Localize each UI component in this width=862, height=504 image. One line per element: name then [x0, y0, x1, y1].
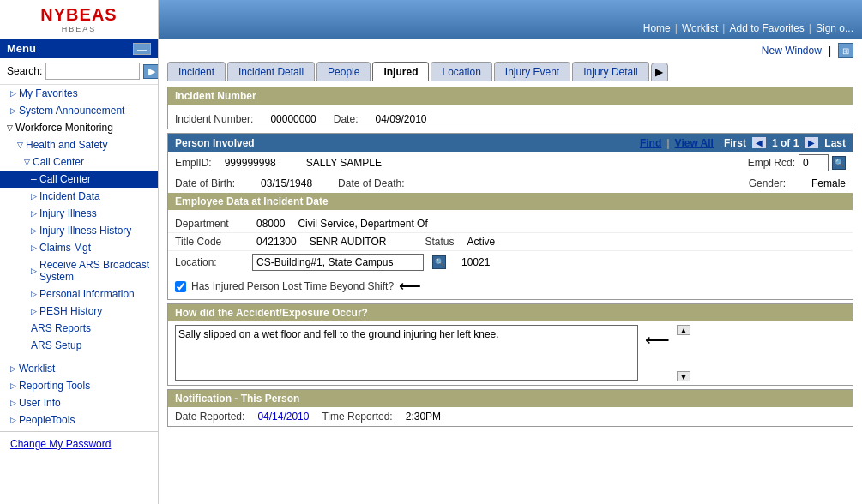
sidebar-item-ars-setup[interactable]: ARS Setup [0, 337, 158, 354]
sidebar-item-injury-illness-history[interactable]: ▷ Injury Illness History [0, 222, 158, 239]
personal-info-label: Personal Information [39, 288, 135, 300]
sidebar-search-area: Search: ▶ [0, 58, 158, 85]
tab-location[interactable]: Location [431, 62, 491, 81]
triangle-icon: ▷ [10, 89, 16, 98]
dob-value: 03/15/1948 [261, 177, 312, 189]
sign-out-link[interactable]: Sign o... [816, 22, 853, 34]
sidebar-separator [0, 357, 158, 357]
new-window-icon[interactable]: ⊞ [838, 43, 853, 58]
sidebar-item-health-safety[interactable]: ▽ Health and Safety [0, 136, 158, 153]
next-page-button[interactable]: ▶ [804, 136, 819, 149]
tab-injury-detail[interactable]: Injury Detail [572, 62, 648, 81]
arrow-indicator: ⟵ [399, 277, 421, 296]
sidebar-item-user-info[interactable]: ▷ User Info [0, 394, 158, 411]
new-window-link[interactable]: New Window [762, 45, 822, 57]
sidebar-item-incident-data[interactable]: ▷ Incident Data [0, 188, 158, 205]
sidebar-item-ars-reports[interactable]: ARS Reports [0, 320, 158, 337]
search-label: Search: [7, 65, 42, 77]
sidebar-minimize-button[interactable]: — [133, 43, 151, 55]
accident-textarea[interactable]: Sally slipped on a wet floor and fell to… [175, 325, 638, 381]
incident-section: Incident Number Incident Number: 0000000… [167, 87, 853, 129]
dept-code: 08000 [256, 218, 285, 230]
triangle-icon: ▷ [10, 381, 16, 390]
tab-incident[interactable]: Incident [167, 62, 226, 81]
sidebar-item-people-tools[interactable]: ▷ PeopleTools [0, 411, 158, 429]
location-code: 10021 [461, 256, 490, 268]
sidebar-item-workforce-monitoring[interactable]: ▽ Workforce Monitoring [0, 119, 158, 136]
injury-illness-history-label: Injury Illness History [39, 225, 131, 237]
sidebar-item-personal-info[interactable]: ▷ Personal Information [0, 285, 158, 303]
emplid-label: EmplID: [175, 157, 212, 169]
location-row: Location: 🔍 10021 [168, 251, 853, 273]
sidebar-header: Menu — [0, 39, 158, 58]
find-link[interactable]: Find [640, 137, 661, 149]
time-reported-value: 2:30PM [406, 411, 441, 423]
injury-illness-label: Injury Illness [39, 207, 97, 219]
lost-time-row: Has Injured Person Lost Time Beyond Shif… [168, 273, 853, 299]
sidebar-item-injury-illness[interactable]: ▷ Injury Illness [0, 205, 158, 222]
sidebar-item-my-favorites[interactable]: ▷ My Favorites [0, 85, 158, 102]
sidebar: Menu — Search: ▶ ▷ My Favorites ▷ System… [0, 39, 159, 504]
person-involved-title: Person Involved [175, 137, 255, 149]
worklist-link[interactable]: Worklist [682, 22, 718, 34]
empl-id-row: EmplID: 999999998 SALLY SAMPLE Empl Rcd:… [168, 152, 853, 174]
location-input[interactable] [252, 254, 424, 271]
gender-label: Gender: [749, 177, 786, 189]
search-button[interactable]: ▶ [143, 64, 159, 79]
pipe-separator: | [829, 45, 831, 57]
triangle-icon: ▽ [17, 141, 23, 149]
tab-people[interactable]: People [316, 62, 371, 81]
content-top-links: New Window | ⊞ [167, 43, 853, 58]
dept-row: Department 08000 Civil Service, Departme… [168, 215, 853, 233]
logo-text: NYBEAS [40, 5, 117, 25]
title-code: 0421300 [256, 236, 297, 248]
notification-header: Notification - This Person [168, 390, 853, 407]
notification-row: Date Reported: 04/14/2010 Time Reported:… [168, 407, 853, 426]
search-input[interactable] [45, 63, 140, 80]
sidebar-item-worklist[interactable]: ▷ Worklist [0, 360, 158, 377]
incident-section-header: Incident Number [168, 87, 853, 105]
accident-header: How did the Accident/Exposure Occur? [168, 304, 853, 321]
sidebar-item-claims-mgt[interactable]: ▷ Claims Mgt [0, 239, 158, 256]
tab-next-button[interactable]: ▶ [651, 63, 668, 81]
logo-sub: HBEAS [62, 25, 97, 33]
accident-arrow-indicator: ⟵ [645, 329, 670, 350]
lost-time-checkbox[interactable] [175, 281, 186, 292]
ars-setup-label: ARS Setup [31, 339, 81, 351]
system-announcement-label: System Announcement [19, 105, 124, 117]
triangle-icon: ▷ [31, 192, 37, 201]
textarea-scroll-down[interactable]: ▼ [677, 371, 690, 381]
sidebar-item-receive-ars[interactable]: ▷ Receive ARS Broadcast System [0, 256, 158, 285]
sidebar-item-call-center-active[interactable]: – Call Center [0, 171, 158, 188]
my-favorites-label: My Favorites [19, 87, 78, 99]
first-label: First [724, 137, 746, 149]
triangle-icon: ▷ [10, 416, 16, 424]
tab-injured[interactable]: Injured [372, 62, 429, 81]
tab-injury-event[interactable]: Injury Event [494, 62, 570, 81]
sidebar-item-call-center-parent[interactable]: ▽ Call Center [0, 153, 158, 171]
notification-section: Notification - This Person Date Reported… [167, 389, 853, 427]
date-reported-label: Date Reported: [175, 411, 244, 423]
status-value: Active [467, 236, 496, 248]
textarea-scroll-up[interactable]: ▲ [677, 325, 690, 335]
sidebar-item-pesh-history[interactable]: ▷ PESH History [0, 303, 158, 320]
incident-number-row: Incident Number: 00000000 Date: 04/09/20… [168, 110, 853, 129]
dob-label: Date of Birth: [175, 177, 235, 189]
incident-data-label: Incident Data [39, 190, 100, 202]
location-search-icon[interactable]: 🔍 [432, 255, 446, 269]
view-all-link[interactable]: View All [675, 137, 714, 149]
empl-rcd-input[interactable] [799, 154, 829, 171]
top-bar-links: Home | Worklist | Add to Favorites | Sig… [643, 22, 853, 34]
home-link[interactable]: Home [643, 22, 671, 34]
sidebar-item-system-announcement[interactable]: ▷ System Announcement [0, 102, 158, 119]
tab-incident-detail[interactable]: Incident Detail [227, 62, 315, 81]
add-favorites-link[interactable]: Add to Favorites [729, 22, 804, 34]
prev-page-button[interactable]: ◀ [751, 136, 767, 149]
dod-label: Date of Death: [338, 177, 404, 189]
sidebar-item-reporting-tools[interactable]: ▷ Reporting Tools [0, 377, 158, 394]
date-reported-value[interactable]: 04/14/2010 [257, 411, 309, 423]
accident-textarea-area: Sally slipped on a wet floor and fell to… [175, 325, 846, 381]
user-info-label: User Info [19, 397, 61, 409]
change-password-link[interactable]: Change My Password [0, 435, 158, 453]
empl-rcd-search-icon[interactable]: 🔍 [832, 156, 846, 170]
